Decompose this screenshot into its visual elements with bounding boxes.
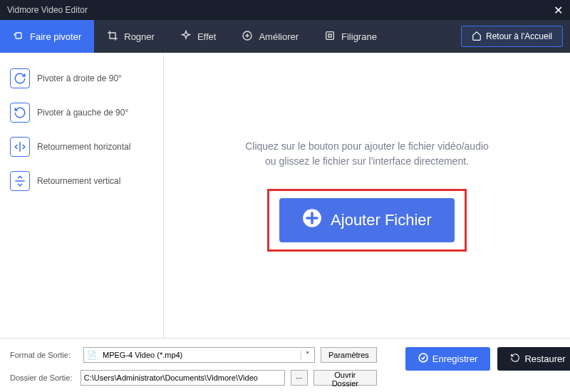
sidebar-item-flip-vertical[interactable]: Retournement vertical (6, 164, 157, 198)
tab-label: Améliorer (259, 31, 299, 42)
rotate-right-icon (10, 68, 30, 88)
home-icon (472, 31, 482, 43)
flip-horizontal-icon (10, 137, 30, 157)
main-area: Pivoter à droite de 90° Pivoter à gauche… (0, 53, 570, 338)
home-label: Retour à l'Accueil (486, 31, 552, 41)
browse-folder-button[interactable]: ··· (291, 370, 308, 386)
tab-enhance[interactable]: Améliorer (229, 20, 311, 53)
footer: Format de Sortie: 📄 MPEG-4 Video (*.mp4)… (0, 338, 570, 392)
sidebar-item-rotate-left[interactable]: Pivoter à gauche de 90° (6, 96, 157, 130)
tab-label: Filigrane (341, 31, 377, 42)
save-button[interactable]: Enregistrer (405, 347, 491, 371)
restore-icon (510, 353, 520, 365)
app-title: Vidmore Video Editor (7, 5, 88, 15)
add-file-label: Ajouter Fichier (331, 211, 432, 229)
content-area: Cliquez sur le bouton pour ajouter le fi… (164, 53, 570, 338)
check-circle-icon (418, 353, 428, 365)
chevron-down-icon: ˅ (301, 351, 314, 360)
open-folder-button[interactable]: Ouvrir Dossier (314, 370, 377, 386)
restore-label: Restaurer (524, 354, 565, 364)
svg-rect-2 (326, 31, 334, 39)
sidebar-item-label: Retournement vertical (37, 176, 120, 186)
output-folder-label: Dossier de Sortie: (10, 373, 75, 382)
output-folder-row: Dossier de Sortie: C:\Users\Administrato… (10, 370, 377, 386)
enhance-icon (242, 30, 253, 43)
titlebar: Vidmore Video Editor ✕ (0, 0, 570, 20)
sidebar: Pivoter à droite de 90° Pivoter à gauche… (0, 53, 164, 338)
rotate-icon (13, 30, 24, 43)
tab-effect[interactable]: Effet (167, 20, 229, 53)
tab-label: Faire pivoter (30, 31, 81, 42)
format-file-icon: 📄 (84, 351, 100, 360)
output-format-select[interactable]: 📄 MPEG-4 Video (*.mp4) ˅ (83, 347, 315, 363)
sidebar-item-flip-horizontal[interactable]: Retournement horizontal (6, 130, 157, 164)
effect-icon (180, 30, 192, 43)
flip-vertical-icon (10, 171, 30, 191)
add-file-button[interactable]: Ajouter Fichier (279, 198, 455, 242)
rotate-left-icon (10, 103, 30, 123)
tab-label: Effet (197, 31, 217, 42)
restore-button[interactable]: Restaurer (497, 347, 570, 371)
sidebar-item-label: Pivoter à gauche de 90° (37, 108, 128, 118)
drop-hint-text: Cliquez sur le bouton pour ajouter le fi… (239, 139, 495, 169)
toolbar: Faire pivoter Rogner Effet Améliorer Fil… (0, 20, 570, 53)
parameters-button[interactable]: Paramètres (321, 347, 377, 363)
home-button[interactable]: Retour à l'Accueil (461, 26, 563, 47)
svg-rect-0 (16, 33, 21, 38)
tab-label: Rogner (124, 31, 155, 42)
output-format-row: Format de Sortie: 📄 MPEG-4 Video (*.mp4)… (10, 347, 377, 363)
tab-watermark[interactable]: Filigrane (311, 20, 390, 53)
output-folder-input[interactable]: C:\Users\Administrator\Documents\Vidmore… (81, 370, 285, 386)
sidebar-item-rotate-right[interactable]: Pivoter à droite de 90° (6, 61, 157, 96)
crop-icon (107, 30, 118, 43)
plus-circle-icon (302, 208, 322, 232)
save-label: Enregistrer (432, 354, 478, 364)
tab-rotate[interactable]: Faire pivoter (0, 20, 94, 53)
add-file-highlight: Ajouter Fichier (267, 189, 467, 252)
close-icon[interactable]: ✕ (554, 4, 563, 17)
sidebar-item-label: Pivoter à droite de 90° (37, 73, 122, 83)
sidebar-item-label: Retournement horizontal (37, 142, 130, 152)
output-format-value: MPEG-4 Video (*.mp4) (100, 351, 301, 359)
output-format-label: Format de Sortie: (10, 351, 78, 359)
watermark-icon (324, 30, 336, 43)
tab-crop[interactable]: Rogner (94, 20, 167, 53)
